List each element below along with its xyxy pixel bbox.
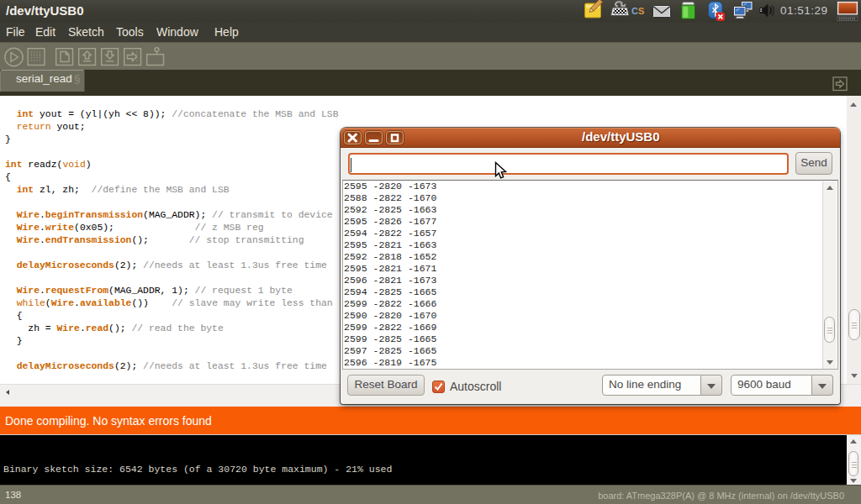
svg-text:C: C (631, 6, 638, 16)
svg-text:S: S (638, 6, 644, 16)
